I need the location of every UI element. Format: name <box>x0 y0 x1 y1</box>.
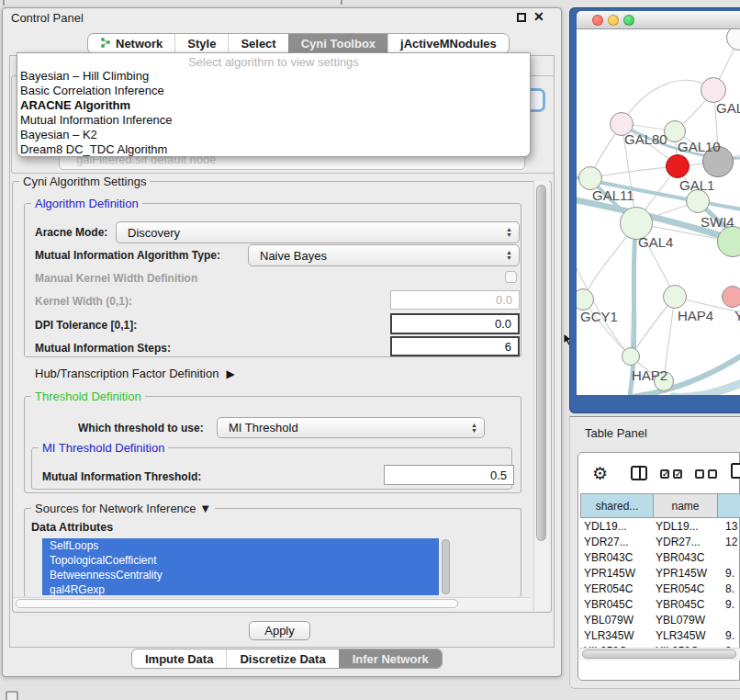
table-panel-title: Table Panel <box>585 426 647 440</box>
tab-network[interactable]: Network <box>88 34 174 53</box>
minimize-traffic-light[interactable] <box>608 15 619 26</box>
table-header-row: shared... name A <box>580 493 740 518</box>
tab-infer-network[interactable]: Infer Network <box>339 649 442 668</box>
column-header-name[interactable]: name <box>654 493 718 518</box>
network-view-window[interactable]: GAL GAL80 GAL10 GAL1 GAL11 SWI4 GAL4 GCY… <box>569 7 740 413</box>
mi-threshold-definition-title: MI Threshold Definition <box>39 441 168 455</box>
node-label: GAL4 <box>638 234 673 250</box>
hub-transcription-factor-section[interactable]: Hub/Transcription Factor Definition▶ <box>35 367 235 380</box>
dropdown-item[interactable]: Basic Correlation Inference <box>17 84 530 98</box>
table-row[interactable]: YPR145W YPR145W 9. <box>580 565 740 581</box>
combo-arrows-icon: ▲▼ <box>506 250 512 261</box>
network-node[interactable] <box>701 77 726 103</box>
settings-hscrollbar-thumb[interactable] <box>16 599 458 608</box>
mi-threshold-field[interactable]: 0.5 <box>384 465 514 485</box>
tab-impute-data[interactable]: Impute Data <box>132 649 226 668</box>
manual-kernel-width-checkbox[interactable] <box>505 271 517 283</box>
combo-arrows-icon: ▲▼ <box>506 227 512 238</box>
top-edge-fragment <box>3 0 5 6</box>
tab-discretize-data[interactable]: Discretize Data <box>226 649 338 668</box>
algorithm-dropdown-popup: Select algorithm to view settings Bayesi… <box>17 52 531 157</box>
close-traffic-light[interactable] <box>592 15 603 26</box>
node-label: GAL10 <box>678 139 721 154</box>
algorithm-definition-title: Algorithm Definition <box>31 197 142 210</box>
collapse-down-icon[interactable]: ▼ <box>199 502 211 515</box>
attribute-item-selected[interactable]: SelfLoops <box>42 538 439 553</box>
table-row[interactable]: YDR27... YDR27... 12 <box>580 534 740 549</box>
network-node[interactable] <box>722 286 740 308</box>
dropdown-item-selected[interactable]: ARACNE Algorithm <box>17 98 530 113</box>
combo-arrows-icon: ▲▼ <box>471 423 477 434</box>
mi-threshold-label: Mutual Information Threshold: <box>42 470 201 483</box>
apply-button[interactable]: Apply <box>249 621 310 640</box>
tab-style[interactable]: Style <box>174 34 228 53</box>
zoom-traffic-light[interactable] <box>623 15 634 26</box>
node-label: GAL80 <box>624 131 667 147</box>
top-edge-fragment <box>341 0 342 5</box>
which-threshold-label: Which threshold to use: <box>78 422 204 435</box>
list-scrollbar-thumb[interactable] <box>442 539 450 594</box>
tab-jactivemnodules[interactable]: jActiveMNodules <box>387 34 509 53</box>
unchecked-checkbox-icon[interactable] <box>695 469 704 479</box>
dpi-tolerance-label: DPI Tolerance [0,1]: <box>35 319 137 332</box>
column-header-partial[interactable]: A <box>718 493 740 518</box>
network-canvas[interactable]: GAL GAL80 GAL10 GAL1 GAL11 SWI4 GAL4 GCY… <box>577 29 740 395</box>
corner-icon-fragment <box>6 691 18 700</box>
table-row[interactable]: YER054C YER054C 8. <box>580 581 740 596</box>
network-node-selected-red[interactable] <box>666 154 690 178</box>
tab-cyni-toolbox[interactable]: Cyni Toolbox <box>288 34 387 53</box>
attribute-item-selected[interactable]: gal4RGexp <box>42 582 439 595</box>
aracne-mode-label: Aracne Mode: <box>35 226 107 239</box>
attribute-item-selected[interactable]: BetweennessCentrality <box>42 568 439 582</box>
table-row[interactable]: YBR045C YBR045C 9. <box>580 596 740 612</box>
network-node-hap4[interactable] <box>663 285 687 309</box>
aracne-mode-combo[interactable]: Discovery ▲▼ <box>116 221 520 243</box>
mi-algorithm-type-label: Mutual Information Algorithm Type: <box>35 249 220 262</box>
sources-title[interactable]: Sources for Network Inference ▼ <box>31 502 215 515</box>
table-row[interactable]: YBL079W YBL079W <box>580 612 740 627</box>
node-label: SWI4 <box>701 214 734 230</box>
dropdown-placeholder: Select algorithm to view settings <box>17 53 530 69</box>
node-label: HAP2 <box>632 367 667 383</box>
expand-right-icon[interactable]: ▶ <box>226 367 234 380</box>
checked-checkbox-icon[interactable]: ✓ <box>660 469 669 479</box>
attribute-item-selected[interactable]: TopologicalCoefficient <box>42 553 439 568</box>
unchecked-checkbox-icon[interactable] <box>708 469 717 479</box>
dropdown-item[interactable]: Dream8 DC_TDC Algorithm <box>17 142 530 157</box>
tab-select[interactable]: Select <box>228 34 287 53</box>
dropdown-item[interactable]: Mutual Information Inference <box>17 113 530 128</box>
mi-steps-label: Mutual Information Steps: <box>35 342 171 355</box>
close-icon[interactable]: ✕ <box>533 9 544 24</box>
table-hscrollbar-thumb[interactable] <box>582 649 736 659</box>
float-window-icon[interactable] <box>517 13 526 22</box>
network-window-titlebar[interactable] <box>577 11 740 29</box>
node-label: GAL <box>716 100 740 116</box>
node-label: HAP4 <box>678 308 713 323</box>
panel-title: Control Panel <box>11 11 84 25</box>
settings-vscrollbar-thumb[interactable] <box>536 185 546 541</box>
table-row[interactable]: YLR345W YLR345W 9. <box>580 627 740 643</box>
top-tab-bar: Network Style Select Cyni Toolbox jActiv… <box>87 33 510 54</box>
table-icon-partial[interactable] <box>731 463 740 479</box>
node-label: GAL11 <box>592 187 634 203</box>
dropdown-item[interactable]: Bayesian – K2 <box>17 128 530 142</box>
node-label: GCY1 <box>580 309 618 324</box>
which-threshold-combo[interactable]: MI Threshold ▲▼ <box>217 417 485 438</box>
table-row[interactable]: YDL19... YDL19... 13 <box>580 518 740 534</box>
mi-algorithm-type-combo[interactable]: Naive Bayes ▲▼ <box>248 244 520 266</box>
split-columns-icon[interactable] <box>631 466 647 480</box>
column-header-shared-name[interactable]: shared... <box>580 493 654 518</box>
settings-group-title: Cyni Algorithm Settings <box>19 175 150 188</box>
dpi-tolerance-field[interactable]: 0.0 <box>390 313 520 334</box>
data-attributes-list[interactable]: SelfLoops TopologicalCoefficient Between… <box>42 538 439 595</box>
table-row[interactable]: YBR043C YBR043C <box>580 549 740 565</box>
mi-steps-field[interactable]: 6 <box>390 336 520 356</box>
network-node-hap2[interactable] <box>622 347 640 366</box>
gear-icon[interactable]: ⚙ <box>592 463 608 484</box>
screen: Control Panel ✕ Network Style Select Cyn… <box>0 0 740 700</box>
threshold-definition-title: Threshold Definition <box>31 390 145 403</box>
kernel-width-field[interactable]: 0.0 <box>390 290 520 310</box>
checked-checkbox-icon[interactable]: ✓ <box>673 469 682 479</box>
dropdown-item[interactable]: Bayesian – Hill Climbing <box>17 69 530 84</box>
kernel-width-label: Kernel Width (0,1): <box>35 295 132 308</box>
